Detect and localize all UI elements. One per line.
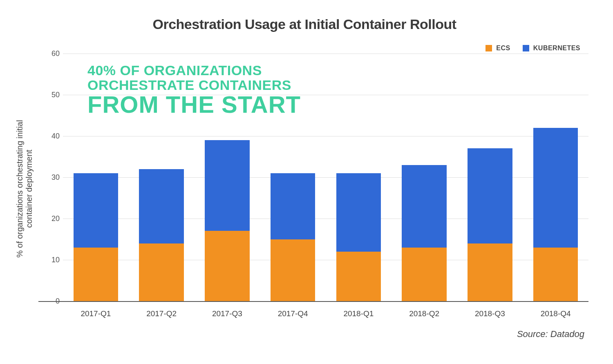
bar-slot: [129, 54, 195, 301]
stacked-bar: [205, 54, 249, 301]
y-axis-label: % of organizations orchestrating initial…: [15, 120, 34, 258]
x-tick-label: 2017-Q2: [129, 309, 195, 318]
y-tick-label: 20: [38, 214, 60, 223]
stacked-bar: [74, 54, 118, 301]
legend: ECS KUBERNETES: [38, 40, 588, 54]
bar-segment-ecs: [74, 248, 118, 301]
bar-slot: [457, 54, 523, 301]
stacked-bar: [336, 54, 381, 301]
bar-segment-kubernetes: [468, 148, 512, 243]
x-tick-label: 2017-Q3: [195, 309, 260, 318]
y-tick-label: 40: [38, 132, 60, 141]
chart-title: Orchestration Usage at Initial Container…: [20, 16, 588, 32]
x-tick-label: 2018-Q1: [326, 309, 392, 318]
y-tick-label: 10: [38, 256, 60, 264]
y-tick-label: 0: [38, 297, 60, 306]
bar-segment-kubernetes: [336, 173, 381, 252]
x-tick-label: 2017-Q4: [260, 309, 326, 318]
bars-container: [63, 54, 588, 301]
source-attribution: Source: Datadog: [20, 329, 588, 339]
bar-segment-kubernetes: [205, 140, 249, 231]
bar-segment-ecs: [271, 239, 315, 301]
x-tick-label: 2017-Q1: [63, 309, 129, 318]
bar-segment-kubernetes: [533, 128, 578, 248]
bar-slot: [260, 54, 326, 301]
legend-item-ecs: ECS: [485, 45, 510, 52]
bar-segment-kubernetes: [402, 165, 446, 248]
bar-slot: [63, 54, 129, 301]
plot-region: 40% OF ORGANIZATIONS ORCHESTRATE CONTAIN…: [38, 54, 588, 302]
bar-segment-ecs: [205, 231, 249, 301]
bar-segment-kubernetes: [139, 169, 183, 243]
bar-segment-ecs: [139, 243, 183, 301]
bar-segment-ecs: [533, 248, 578, 301]
swatch-icon: [485, 45, 492, 51]
y-tick-label: 30: [38, 173, 60, 182]
x-tick-label: 2018-Q2: [392, 309, 457, 318]
bar-slot: [392, 54, 457, 301]
legend-item-kubernetes: KUBERNETES: [523, 45, 580, 52]
x-tick-label: 2018-Q3: [457, 309, 523, 318]
stacked-bar: [139, 54, 183, 301]
stacked-bar: [402, 54, 446, 301]
bar-segment-kubernetes: [271, 173, 315, 239]
stacked-bar: [533, 54, 578, 301]
swatch-icon: [523, 45, 529, 51]
bar-segment-ecs: [336, 252, 381, 301]
x-tick-label: 2018-Q4: [523, 309, 588, 318]
bar-slot: [326, 54, 392, 301]
legend-label: ECS: [496, 45, 510, 52]
x-axis-ticks: 2017-Q12017-Q22017-Q32017-Q42018-Q12018-…: [63, 302, 588, 318]
bar-segment-kubernetes: [74, 173, 118, 248]
bar-segment-ecs: [468, 243, 512, 301]
chart-area: % of organizations orchestrating initial…: [20, 40, 588, 318]
y-tick-label: 60: [38, 49, 60, 58]
legend-label: KUBERNETES: [533, 45, 580, 52]
stacked-bar: [468, 54, 512, 301]
y-tick-label: 50: [38, 91, 60, 99]
bar-slot: [523, 54, 588, 301]
bar-segment-ecs: [402, 248, 446, 301]
bar-slot: [195, 54, 260, 301]
stacked-bar: [271, 54, 315, 301]
